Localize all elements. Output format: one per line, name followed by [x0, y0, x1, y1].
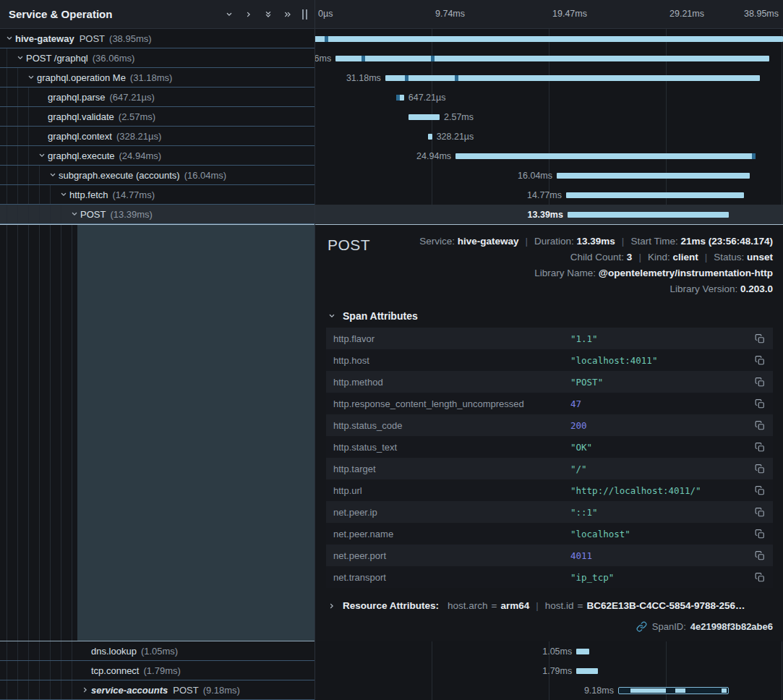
panel-divider[interactable] — [315, 0, 315, 700]
attribute-value: 47 — [570, 398, 753, 409]
timeline-cell[interactable]: 1.79ms — [315, 661, 783, 680]
timeline-cell[interactable]: 647.21µs — [315, 88, 783, 107]
span-row[interactable]: hive-gatewayPOST(38.95ms) — [0, 29, 783, 48]
timeline-cell[interactable]: 1.05ms — [315, 641, 783, 661]
span-bar[interactable] — [557, 173, 750, 179]
span-tree-cell[interactable]: hive-gatewayPOST(38.95ms) — [0, 29, 315, 48]
attribute-key: http.flavor — [333, 333, 570, 344]
chevron-down-icon[interactable] — [225, 10, 234, 19]
span-bar[interactable] — [335, 56, 769, 61]
chevron-down-icon[interactable] — [15, 54, 25, 62]
timeline-cell[interactable]: 13.39ms — [315, 205, 783, 224]
copy-button[interactable] — [753, 550, 767, 561]
span-row[interactable]: graphql.validate(2.57ms)2.57ms — [0, 107, 783, 127]
chevron-down-icon[interactable] — [69, 210, 80, 218]
copy-button[interactable] — [753, 333, 767, 344]
span-bar[interactable] — [455, 153, 756, 159]
equals-sign: = — [578, 600, 583, 611]
timeline-cell[interactable] — [315, 29, 783, 48]
meta-separator: | — [526, 236, 529, 247]
meta-value: 21ms (23:56:48.174) — [680, 236, 773, 247]
span-row-selected[interactable]: POST(13.39ms)13.39ms — [0, 205, 783, 224]
span-bar[interactable] — [315, 36, 783, 42]
copy-button[interactable] — [753, 507, 767, 518]
panel-splitter-handle[interactable] — [302, 9, 307, 20]
resource-value: arm64 — [500, 600, 529, 611]
span-bar[interactable] — [568, 212, 729, 218]
span-bar[interactable] — [408, 114, 440, 120]
copy-button[interactable] — [753, 572, 767, 583]
span-name: subgraph.execute (accounts) — [59, 170, 180, 181]
chevron-right-icon[interactable] — [244, 10, 253, 19]
span-tree-cell[interactable]: graphql.operation Me(31.18ms) — [0, 68, 315, 88]
span-tree-cell[interactable]: http.fetch(14.77ms) — [0, 185, 315, 205]
span-name: graphql.validate — [48, 111, 114, 122]
span-row[interactable]: tcp.connect(1.79ms)1.79ms — [0, 661, 783, 680]
link-icon[interactable] — [636, 621, 647, 632]
span-row[interactable]: graphql.execute(24.94ms)24.94ms — [0, 146, 783, 166]
span-tree-cell[interactable]: service-accountsPOST(9.18ms) — [0, 680, 315, 700]
span-tree-cell[interactable]: graphql.parse(647.21µs) — [0, 88, 315, 107]
span-tree-cell[interactable]: tcp.connect(1.79ms) — [0, 661, 315, 680]
span-row[interactable]: service-accountsPOST(9.18ms)9.18ms — [0, 680, 783, 700]
timeline-cell[interactable]: 31.18ms — [315, 68, 783, 88]
timeline-cell[interactable]: 16.04ms — [315, 166, 783, 185]
timeline-cell[interactable]: 2.57ms — [315, 107, 783, 127]
copy-button[interactable] — [753, 377, 767, 388]
double-chevron-right-icon[interactable] — [283, 10, 292, 19]
span-tree-cell[interactable]: graphql.context(328.21µs) — [0, 127, 315, 146]
attribute-key: http.url — [333, 485, 570, 496]
span-tree-cell[interactable]: subgraph.execute (accounts)(16.04ms) — [0, 166, 315, 185]
timeline-cell[interactable]: 36.06ms — [315, 48, 783, 68]
copy-button[interactable] — [753, 398, 767, 409]
span-attributes-header[interactable]: Span Attributes — [328, 310, 773, 322]
span-tree-cell[interactable]: dns.lookup(1.05ms) — [0, 641, 315, 661]
chevron-down-icon[interactable] — [48, 171, 58, 179]
span-row[interactable]: subgraph.execute (accounts)(16.04ms)16.0… — [0, 166, 783, 185]
chevron-down-icon[interactable] — [37, 151, 47, 160]
chevron-down-icon[interactable] — [26, 73, 36, 82]
span-tree-cell[interactable]: graphql.validate(2.57ms) — [0, 107, 315, 127]
span-duration: (31.18ms) — [130, 72, 173, 83]
span-bar[interactable] — [576, 649, 589, 654]
span-meta-line: Child Count: 3|Kind: client|Status: unse… — [326, 249, 773, 265]
timeline-cell[interactable]: 24.94ms — [315, 146, 783, 166]
span-row[interactable]: http.fetch(14.77ms)14.77ms — [0, 185, 783, 205]
timeline-cell[interactable]: 14.77ms — [315, 185, 783, 205]
double-chevron-down-icon[interactable] — [264, 10, 273, 19]
span-tree-cell[interactable]: graphql.execute(24.94ms) — [0, 146, 315, 166]
span-bar[interactable] — [576, 668, 598, 674]
chevron-down-icon[interactable] — [4, 34, 14, 43]
tree-panel-title: Service & Operation — [9, 8, 214, 20]
span-bar[interactable] — [566, 192, 744, 198]
span-row[interactable]: POST /graphql(36.06ms)36.06ms — [0, 48, 783, 68]
timeline-cell[interactable]: 328.21µs — [315, 127, 783, 146]
copy-button[interactable] — [753, 464, 767, 474]
timeline-cell[interactable]: 9.18ms — [315, 680, 783, 700]
span-row[interactable]: graphql.context(328.21µs)328.21µs — [0, 127, 783, 146]
meta-label: Duration: — [534, 236, 577, 247]
copy-button[interactable] — [753, 442, 767, 453]
child-span-tick — [752, 153, 756, 159]
span-row[interactable]: graphql.operation Me(31.18ms)31.18ms — [0, 68, 783, 88]
span-bar[interactable] — [428, 134, 432, 140]
span-duration-label: 2.57ms — [444, 112, 474, 122]
copy-button[interactable] — [753, 485, 767, 496]
copy-button[interactable] — [753, 355, 767, 366]
copy-button[interactable] — [753, 420, 767, 431]
span-bar[interactable] — [385, 75, 760, 81]
span-duration-label: 16.04ms — [518, 171, 552, 181]
chevron-down-icon[interactable] — [59, 190, 69, 199]
span-row[interactable]: graphql.parse(647.21µs)647.21µs — [0, 88, 783, 107]
resource-attributes-row[interactable]: Resource Attributes: host.arch=arm64|hos… — [328, 600, 773, 611]
chevron-right-icon[interactable] — [80, 686, 90, 694]
span-bar-segment — [722, 688, 726, 693]
span-name: tcp.connect — [91, 665, 140, 676]
span-row[interactable]: dns.lookup(1.05ms)1.05ms — [0, 641, 783, 661]
span-duration-label: 328.21µs — [437, 132, 474, 142]
copy-button[interactable] — [753, 529, 767, 539]
span-tree-cell[interactable]: POST(13.39ms) — [0, 205, 315, 224]
span-duration-label: 14.77ms — [527, 190, 562, 200]
resource-key: host.arch — [448, 600, 488, 611]
span-tree-cell[interactable]: POST /graphql(36.06ms) — [0, 48, 315, 68]
